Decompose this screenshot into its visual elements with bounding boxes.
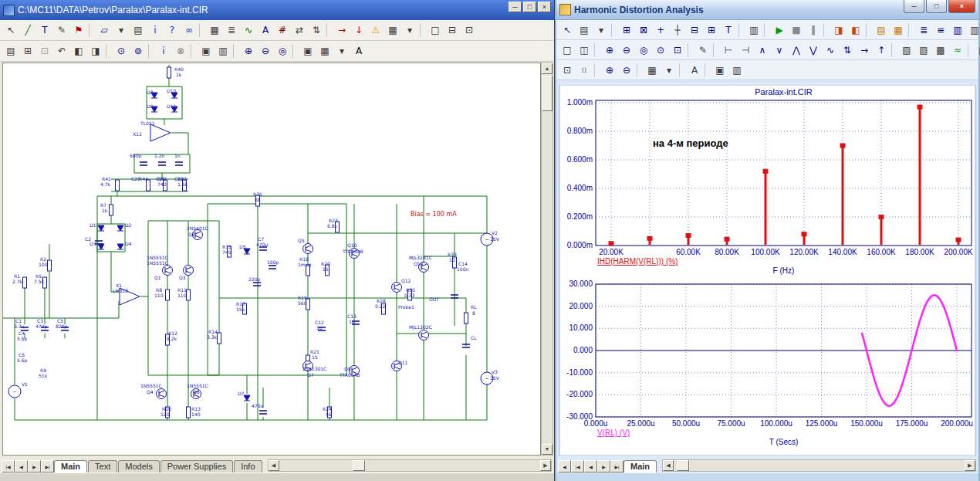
help-icon[interactable]: ? bbox=[164, 22, 181, 38]
font-icon[interactable]: A bbox=[350, 43, 367, 59]
prev-page-button[interactable]: ◀ bbox=[15, 460, 28, 473]
schematic-tab-main[interactable]: Main bbox=[54, 460, 87, 473]
grid-dropdown-icon[interactable]: ▾ bbox=[401, 22, 418, 38]
minimize-button[interactable]: ─ bbox=[904, 0, 924, 13]
schematic-tab-models[interactable]: Models bbox=[118, 460, 159, 473]
flip-y-icon[interactable]: ◨ bbox=[87, 43, 104, 59]
hscroll-thumb[interactable] bbox=[353, 460, 365, 471]
maximize-button[interactable]: □ bbox=[926, 0, 947, 13]
select-icon[interactable]: ↖ bbox=[559, 22, 576, 38]
zoom-area-icon[interactable]: ⊡ bbox=[669, 42, 686, 58]
stepping-icon[interactable]: ◧ bbox=[847, 22, 864, 38]
select-region-icon[interactable]: ▦ bbox=[206, 22, 223, 38]
scroll-right-icon[interactable]: ▶ bbox=[540, 460, 551, 471]
analysis-plots[interactable]: Paralax-int.CIR1.000m0.800m0.600m0.400m0… bbox=[556, 85, 978, 456]
cursor-right-icon[interactable]: ⊣ bbox=[737, 42, 754, 58]
grid-icon[interactable]: ▦ bbox=[975, 42, 980, 58]
state-variables-icon[interactable]: ≡ bbox=[932, 22, 949, 38]
text-icon[interactable]: T bbox=[720, 22, 737, 38]
panes-icon[interactable]: ◫ bbox=[576, 42, 593, 58]
harmonic-series-label[interactable]: IHD(HARM(V(RL))) (%) bbox=[597, 257, 678, 266]
close-button[interactable]: × bbox=[948, 0, 975, 13]
waveform-series-label[interactable]: V(RL) (V) bbox=[597, 428, 630, 437]
probe-one-icon[interactable]: ⊟ bbox=[686, 22, 703, 38]
select-icon[interactable]: ↖ bbox=[2, 22, 19, 38]
probe-all-icon[interactable]: ⊞ bbox=[703, 22, 720, 38]
cursor-mode-icon[interactable]: ┼ bbox=[669, 22, 686, 38]
schematic-titlebar[interactable]: C:\MC11\DATA\Petrov\Paralax\Paralax-int.… bbox=[0, 0, 554, 20]
text-box-icon[interactable]: ≣ bbox=[223, 22, 240, 38]
zoom-in-icon[interactable]: ⊕ bbox=[240, 43, 257, 59]
next-plot-button[interactable]: ▶ bbox=[597, 460, 610, 473]
schematic-canvas[interactable]: ~~~R401kD8D10D9D11TL051X12680pC201.2nC21… bbox=[2, 63, 541, 456]
find-icon[interactable]: ⊙ bbox=[113, 43, 130, 59]
one-graph-icon[interactable]: □ bbox=[559, 42, 576, 58]
zoom-out-icon[interactable]: ⊖ bbox=[257, 43, 274, 59]
go-to-x-icon[interactable]: → bbox=[856, 42, 873, 58]
remove-page-icon[interactable]: ⊟ bbox=[444, 22, 461, 38]
numeric-output-icon[interactable]: ≣ bbox=[915, 22, 932, 38]
vscroll-thumb[interactable] bbox=[542, 76, 553, 111]
no-connect-icon[interactable]: ⊗ bbox=[172, 43, 189, 59]
grid-size-dropdown-icon[interactable]: ▾ bbox=[661, 63, 678, 78]
font-icon[interactable]: A bbox=[686, 63, 703, 78]
rotate-icon[interactable]: ↶ bbox=[53, 43, 70, 59]
flip-x-icon[interactable]: ◧ bbox=[70, 43, 87, 59]
voltage-probe-icon[interactable]: ↓ bbox=[350, 22, 367, 38]
find-part-icon[interactable]: A bbox=[257, 22, 274, 38]
stop-icon[interactable]: ■ bbox=[788, 22, 805, 38]
last-plot-button[interactable]: ▶| bbox=[610, 460, 623, 473]
zoom-in-icon[interactable]: ⊕ bbox=[601, 63, 618, 78]
tag-vertical-icon[interactable]: ▧ bbox=[915, 42, 932, 58]
vscroll-track[interactable] bbox=[542, 74, 553, 444]
scroll-left-icon[interactable]: ◀ bbox=[663, 460, 674, 471]
cursor-left-icon[interactable]: ⊢ bbox=[720, 42, 737, 58]
new-page-icon[interactable]: □ bbox=[427, 22, 444, 38]
copy-icon[interactable]: ▣ bbox=[711, 63, 728, 78]
analysis-tab-main[interactable]: Main bbox=[623, 460, 657, 473]
zoom-in-icon[interactable]: ⊕ bbox=[601, 42, 618, 58]
last-page-button[interactable]: ▶| bbox=[41, 460, 54, 473]
scroll-down-icon[interactable]: ▼ bbox=[542, 444, 553, 455]
component-dropdown-icon[interactable]: ▾ bbox=[113, 22, 130, 38]
scroll-right-icon[interactable]: ▶ bbox=[965, 460, 975, 471]
pause-icon[interactable]: ‖ bbox=[805, 22, 822, 38]
paste-icon[interactable]: ▥ bbox=[728, 63, 745, 78]
restore-scale-icon[interactable]: ⊙ bbox=[652, 42, 669, 58]
schematic-tab-info[interactable]: Info bbox=[234, 460, 262, 473]
text-icon[interactable]: T bbox=[36, 22, 53, 38]
grid-icon[interactable]: ▦ bbox=[384, 22, 401, 38]
breakpoint-icon[interactable]: ▦ bbox=[890, 22, 907, 38]
paste-page-icon[interactable]: ▥ bbox=[215, 43, 231, 59]
grid-size-icon[interactable]: ▦ bbox=[644, 63, 661, 78]
maximize-button[interactable]: □ bbox=[523, 2, 536, 12]
tag-point-icon[interactable]: ▩ bbox=[932, 42, 949, 58]
inflection-icon[interactable]: ∿ bbox=[822, 42, 839, 58]
hscroll-thumb[interactable] bbox=[677, 460, 689, 471]
link-icon[interactable]: ∞ bbox=[181, 22, 198, 38]
next-valley-icon[interactable]: ∨ bbox=[771, 42, 788, 58]
flag-icon[interactable]: ⚑ bbox=[70, 22, 87, 38]
find-next-icon[interactable]: ⊚ bbox=[130, 43, 147, 59]
node-numbers-icon[interactable]: # bbox=[274, 22, 291, 38]
scroll-up-icon[interactable]: ▲ bbox=[542, 63, 553, 74]
run-icon[interactable]: ▶ bbox=[771, 22, 788, 38]
grid-options-dropdown-icon[interactable]: ▾ bbox=[333, 43, 350, 59]
clipboard-icon[interactable]: ▤ bbox=[130, 22, 147, 38]
high-point-icon[interactable]: ⋀ bbox=[788, 42, 805, 58]
scope-icon[interactable]: ▥ bbox=[745, 22, 762, 38]
scroll-left-icon[interactable]: ◀ bbox=[269, 460, 279, 471]
next-page-button[interactable]: ▶ bbox=[28, 460, 41, 473]
first-page-button[interactable]: |◀ bbox=[2, 460, 15, 473]
current-probe-icon[interactable]: → bbox=[333, 22, 350, 38]
polyline-icon[interactable]: ∿ bbox=[240, 22, 257, 38]
tag-horizontal-icon[interactable]: ▨ bbox=[898, 42, 915, 58]
autoscale-icon[interactable]: ◎ bbox=[635, 42, 652, 58]
zoom-out-icon[interactable]: ⊖ bbox=[618, 63, 635, 78]
measure-horizontal-icon[interactable]: ⇄ bbox=[291, 22, 308, 38]
schematic-drawing[interactable]: ~~~R401kD8D10D9D11TL051X12680pC201.2nC21… bbox=[3, 63, 540, 455]
condition-icon[interactable]: ⚠ bbox=[367, 22, 384, 38]
zoom-window-icon[interactable]: ⊞ bbox=[618, 22, 635, 38]
info-page-icon[interactable]: i bbox=[155, 43, 172, 59]
hscroll-track[interactable] bbox=[674, 460, 965, 471]
